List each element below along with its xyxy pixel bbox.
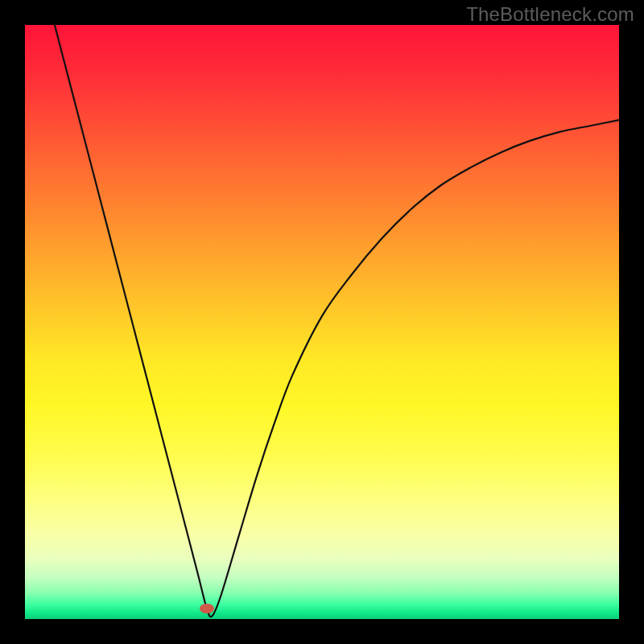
minimum-marker xyxy=(200,604,214,613)
bottleneck-curve xyxy=(25,25,619,619)
plot-area xyxy=(25,25,619,619)
chart-frame: TheBottleneck.com xyxy=(0,0,644,644)
watermark-text: TheBottleneck.com xyxy=(466,3,634,26)
